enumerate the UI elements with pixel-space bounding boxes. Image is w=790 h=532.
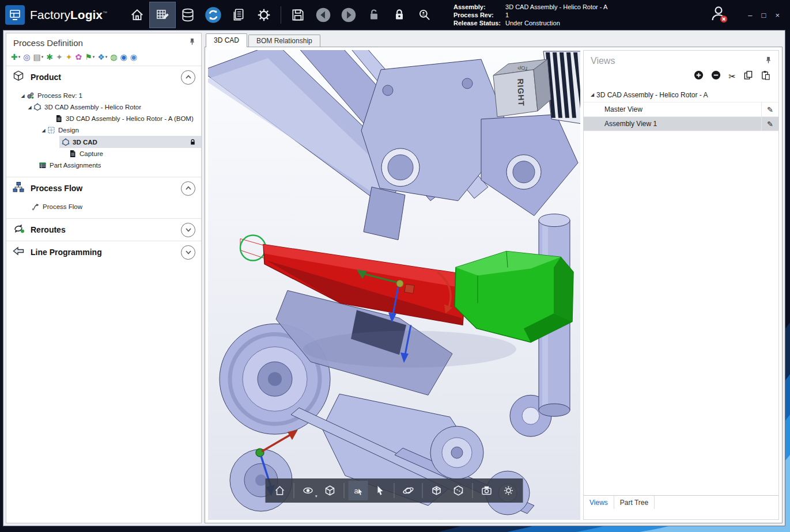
release-status-value: Under Construction [505, 19, 560, 27]
assembly-label: Assembly: [453, 3, 505, 11]
cube-view-icon[interactable] [320, 481, 340, 500]
add-view-icon[interactable] [694, 70, 704, 82]
maximize-button[interactable]: □ [762, 11, 766, 20]
cad-viewport[interactable]: RIGHT TOP [208, 50, 580, 520]
app-title: FactoryLogix™ [30, 8, 107, 22]
expand-line-programming-button[interactable] [181, 245, 195, 260]
tree-item-part-assignments[interactable]: Part Assignments [6, 159, 201, 171]
hint-off-icon[interactable]: ✦ [56, 52, 63, 62]
section-line-programming-label: Line Programming [31, 248, 175, 257]
pin-icon[interactable] [188, 37, 196, 48]
tab-part-tree[interactable]: Part Tree [614, 496, 655, 509]
process-rev-value: 1 [505, 11, 509, 19]
view-item-assembly-1[interactable]: Assembly View 1 ✎ [584, 117, 778, 131]
globe-icon[interactable]: ◍ [110, 52, 117, 62]
expander-icon[interactable]: ◢ [19, 93, 27, 98]
pin-icon[interactable] [764, 56, 773, 67]
views-panel: Views ✂ [583, 50, 779, 520]
assembly-info: Assembly:3D CAD Assembly - Helico Rotor … [453, 3, 607, 27]
app-logo-icon [5, 5, 25, 25]
app-frame: Process Definition ✚▾ ◎ ▤▾ ✱ ✦ ✦ ✿ ⚑▾ ❖▾… [3, 30, 785, 526]
section-line-programming[interactable]: Line Programming [6, 241, 201, 263]
select-label-icon[interactable]: a [349, 481, 368, 500]
explore-icon[interactable]: ◎ [23, 52, 30, 62]
compare-icon[interactable]: ✱ [46, 52, 53, 62]
flag-icon[interactable]: ⚑▾ [85, 52, 95, 62]
edit-view-icon[interactable]: ✎ [761, 102, 778, 116]
part-assignments-icon [39, 161, 47, 169]
cad-scene[interactable]: RIGHT TOP [208, 50, 580, 520]
tree-item-process-rev[interactable]: ◢ Process Rev: 1 [6, 90, 201, 101]
back-button[interactable] [311, 2, 336, 28]
process-flow-icon [12, 181, 25, 196]
templates-button[interactable] [175, 2, 201, 28]
pointer-icon[interactable] [371, 481, 390, 500]
pause-icon[interactable]: ◉ [120, 52, 127, 62]
views-tree: ◢ 3D CAD Assembly - Helico Rotor - A Mas… [584, 88, 778, 495]
audit-search-button[interactable] [412, 2, 437, 28]
views-toolbar: ✂ [584, 67, 778, 88]
save-button[interactable] [285, 2, 311, 28]
cut-view-icon[interactable]: ✂ [728, 72, 736, 81]
remove-view-icon[interactable] [711, 70, 721, 82]
process-flow-tree: Process Flow [6, 199, 201, 218]
minimize-button[interactable]: – [748, 11, 752, 20]
viewport-toolbar: ▾ a [266, 478, 523, 503]
visibility-icon[interactable]: ▾ [298, 481, 318, 500]
tree-item-3d-cad-selected[interactable]: 3D CAD [59, 136, 201, 148]
section-icon[interactable] [449, 481, 468, 500]
tree-item-bom[interactable]: 3D CAD Assembly - Helico Rotor - A (BOM) [6, 113, 201, 124]
expander-icon[interactable]: ◢ [26, 105, 33, 110]
views-panel-title: Views [591, 56, 764, 66]
close-button[interactable]: × [775, 11, 780, 20]
cube-right-label: RIGHT [516, 78, 526, 107]
tag-icon[interactable]: ❖▾ [97, 52, 107, 62]
titlebar: FactoryLogix™ [0, 0, 790, 30]
forward-button[interactable] [336, 2, 361, 28]
add-icon[interactable]: ✚▾ [11, 52, 20, 62]
tab-bom-relationship[interactable]: BOM Relationship [248, 35, 320, 47]
expander-icon[interactable]: ◢ [588, 92, 596, 97]
viewport-settings-icon[interactable] [499, 481, 519, 500]
lock-button[interactable] [387, 2, 412, 28]
flower-icon[interactable]: ✿ [75, 52, 82, 62]
tree-item-cad-assembly[interactable]: ◢ 3D CAD Assembly - Helico Rotor [6, 101, 201, 113]
expander-icon[interactable]: ◢ [40, 128, 47, 133]
section-product[interactable]: Product [6, 66, 201, 88]
standard-views-icon[interactable] [427, 481, 447, 500]
cad-node-icon [62, 138, 70, 146]
view-item-master[interactable]: Master View ✎ [584, 102, 778, 117]
tree-item-capture[interactable]: Capture [6, 148, 201, 159]
copy-view-icon[interactable] [743, 70, 753, 82]
sync-button[interactable] [201, 2, 226, 28]
expand-reroutes-button[interactable] [181, 223, 195, 237]
orbit-icon[interactable] [399, 481, 418, 500]
home-button[interactable] [124, 2, 150, 28]
views-root-node[interactable]: ◢ 3D CAD Assembly - Helico Rotor - A [584, 88, 778, 102]
process-definition-button[interactable] [150, 2, 175, 28]
panel-title: Process Definition [13, 38, 188, 48]
section-process-flow[interactable]: Process Flow [6, 177, 201, 199]
settings-button[interactable] [251, 2, 277, 28]
collapse-product-button[interactable] [181, 70, 195, 85]
print-icon[interactable]: ▤▾ [33, 52, 43, 62]
unlock-button[interactable] [361, 2, 387, 28]
home-view-icon[interactable] [270, 481, 290, 500]
section-reroutes[interactable]: Reroutes [6, 218, 201, 241]
main-area: 3D CAD BOM Relationship [205, 33, 783, 523]
collapse-process-flow-button[interactable] [181, 181, 195, 196]
camera-icon[interactable] [477, 481, 497, 500]
tab-views[interactable]: Views [584, 496, 614, 509]
documents-button[interactable] [226, 2, 251, 28]
stop-icon[interactable]: ◉ [130, 52, 137, 62]
views-root-label: 3D CAD Assembly - Helico Rotor - A [596, 91, 708, 99]
hint-on-icon[interactable]: ✦ [66, 52, 73, 62]
tree-item-design[interactable]: ◢ Design [6, 124, 201, 136]
edit-view-icon[interactable]: ✎ [761, 117, 778, 131]
document-tabs: 3D CAD BOM Relationship [205, 33, 783, 47]
tab-3d-cad[interactable]: 3D CAD [206, 33, 247, 47]
tree-item-process-flow[interactable]: Process Flow [6, 201, 201, 212]
user-status-icon[interactable] [709, 4, 728, 26]
toolbar-separator [344, 483, 345, 498]
paste-view-icon[interactable] [761, 70, 770, 82]
